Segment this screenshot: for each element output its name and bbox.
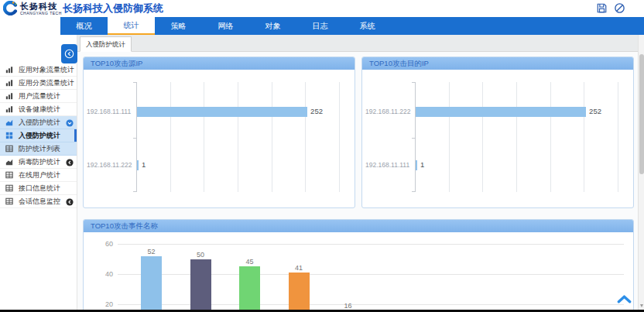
sidebar-item-label: 入侵防护统计 (19, 118, 60, 128)
bar[interactable] (190, 259, 211, 312)
value-label: 252 (310, 107, 323, 116)
sidebar-item-3[interactable]: 设备健康统计 (0, 103, 77, 116)
bar[interactable] (416, 160, 417, 170)
category-label: 192.168.11.222 (87, 161, 130, 169)
bar-chart-icon (5, 79, 13, 87)
header-actions (596, 2, 625, 14)
bar[interactable] (137, 107, 307, 117)
sidebar-item-label: 入侵防护统计 (19, 131, 60, 141)
collapse-sidebar-icon (64, 49, 74, 59)
bar[interactable] (289, 273, 310, 312)
panel-title: TOP10攻击事件名称 (84, 220, 633, 232)
chart-attack-dest-ip: 192.168.11.222252192.168.11.1111 (362, 70, 633, 207)
table-icon (5, 145, 13, 153)
app-window: 长扬科技 CHANGYANG TECH 长扬科技入侵防御系统 概况统计策略网络对… (0, 0, 644, 312)
sidebar-item-2[interactable]: 用户流量统计 (0, 90, 77, 103)
sidebar-item-label: 在线用户统计 (19, 170, 60, 180)
table-icon (5, 197, 13, 205)
sidebar-item-8[interactable]: 在线用户统计 (0, 169, 77, 182)
panel-top10-attack-event-names: TOP10攻击事件名称 2040605250454116 (83, 219, 634, 312)
category-label: 192.168.11.111 (87, 108, 130, 115)
prohibit-icon[interactable] (614, 2, 625, 14)
bar[interactable] (141, 256, 162, 312)
sidebar-item-label: 会话信息监控 (19, 197, 60, 207)
bar[interactable] (416, 107, 586, 117)
nav-tab-6[interactable]: 系统 (344, 17, 391, 35)
area-chart-icon (5, 118, 13, 126)
category-label: 192.168.11.222 (365, 108, 409, 115)
chevron-down-circle-icon[interactable] (66, 119, 74, 127)
panel-top10-attack-source-ip: TOP10攻击源IP 192.168.11.111252192.168.11.2… (83, 57, 355, 208)
grid-icon (5, 132, 13, 139)
value-label: 50 (184, 251, 218, 259)
value-label: 252 (589, 107, 601, 116)
save-icon[interactable] (596, 2, 608, 14)
sidebar-item-label: 设备健康统计 (19, 105, 60, 115)
brand-logo: 长扬科技 CHANGYANG TECH (3, 1, 62, 15)
nav-tab-1[interactable]: 统计 (108, 17, 155, 35)
main-nav: 概况统计策略网络对象日志系统 (60, 17, 644, 35)
sidebar-item-4[interactable]: 入侵防护统计 (0, 116, 77, 129)
sidebar-item-9[interactable]: 接口信息统计 (0, 182, 77, 195)
sidebar-item-7[interactable]: 病毒防护统计 (0, 156, 77, 169)
panel-top10-attack-dest-ip: TOP10攻击目的IP 192.168.11.222252192.168.11.… (361, 57, 634, 208)
value-label: 41 (283, 264, 316, 272)
sidebar-item-label: 病毒防护统计 (19, 157, 60, 167)
scrollbar-thumb[interactable] (639, 54, 644, 174)
area-chart-icon (5, 158, 13, 166)
value-label: 16 (331, 302, 365, 310)
table-icon (5, 171, 13, 179)
subtab-bar: 入侵防护统计 (77, 35, 638, 52)
brand-name: 长扬科技 (20, 2, 62, 11)
panel-title: TOP10攻击目的IP (362, 57, 633, 70)
chart-attack-source-ip: 192.168.11.111252192.168.11.2221 (84, 70, 355, 207)
subtab-0[interactable]: 入侵防护统计 (80, 36, 132, 52)
brand-text: 长扬科技 CHANGYANG TECH (20, 2, 62, 15)
chevron-left-circle-icon[interactable] (66, 198, 74, 206)
app-header: 长扬科技 CHANGYANG TECH 长扬科技入侵防御系统 (0, 0, 644, 17)
bar-chart-icon (5, 92, 13, 100)
table-icon (5, 184, 13, 192)
scroll-to-top-button[interactable] (617, 293, 632, 304)
sidebar-item-5[interactable]: 入侵防护统计 (0, 129, 77, 142)
nav-tab-5[interactable]: 日志 (296, 17, 344, 35)
category-label: 192.168.11.111 (365, 161, 409, 169)
nav-tab-0[interactable]: 概况 (60, 17, 108, 35)
nav-tab-2[interactable]: 策略 (155, 17, 202, 35)
value-label: 45 (233, 258, 266, 266)
nav-tab-3[interactable]: 网络 (202, 17, 249, 35)
sidebar-item-1[interactable]: 应用分类流量统计 (0, 77, 77, 90)
sidebar: 应用对象流量统计应用分类流量统计用户流量统计设备健康统计入侵防护统计入侵防护统计… (0, 35, 77, 312)
sidebar-item-label: 防护统计列表 (19, 144, 60, 154)
sidebar-menu: 应用对象流量统计应用分类流量统计用户流量统计设备健康统计入侵防护统计入侵防护统计… (0, 63, 77, 208)
bar-chart-icon (5, 105, 13, 113)
brand-name-en: CHANGYANG TECH (20, 11, 62, 15)
sidebar-item-label: 应用分类流量统计 (19, 78, 74, 88)
value-label: 1 (420, 160, 424, 170)
chart-attack-event-names: 2040605250454116 (84, 232, 633, 312)
value-label: 1 (142, 160, 146, 170)
sidebar-item-6[interactable]: 防护统计列表 (0, 142, 77, 156)
y-axis-tick-label: 60 (93, 240, 113, 248)
panel-title: TOP10攻击源IP (84, 57, 355, 70)
y-axis-tick-label: 20 (93, 300, 113, 308)
sidebar-item-label: 用户流量统计 (19, 91, 60, 101)
sidebar-item-0[interactable]: 应用对象流量统计 (0, 63, 77, 77)
sidebar-item-label: 接口信息统计 (19, 183, 60, 194)
sidebar-item-label: 应用对象流量统计 (19, 65, 74, 75)
chevron-up-icon (617, 293, 632, 304)
chevron-left-circle-icon[interactable] (66, 159, 74, 166)
sidebar-item-10[interactable]: 会话信息监控 (0, 195, 77, 208)
value-label: 52 (135, 248, 168, 255)
content-area: TOP10攻击源IP 192.168.11.111252192.168.11.2… (77, 52, 638, 312)
logo-icon (3, 1, 18, 15)
bar-chart-icon (5, 66, 13, 74)
scrollbar-down-arrow[interactable] (640, 304, 643, 307)
vertical-scrollbar[interactable] (638, 35, 644, 312)
nav-tab-4[interactable]: 对象 (249, 17, 296, 35)
sidebar-collapse-button[interactable] (61, 44, 77, 63)
bar[interactable] (137, 160, 139, 170)
app-title: 长扬科技入侵防御系统 (63, 0, 163, 17)
y-axis-tick-label: 40 (93, 270, 113, 278)
bar[interactable] (239, 266, 260, 312)
